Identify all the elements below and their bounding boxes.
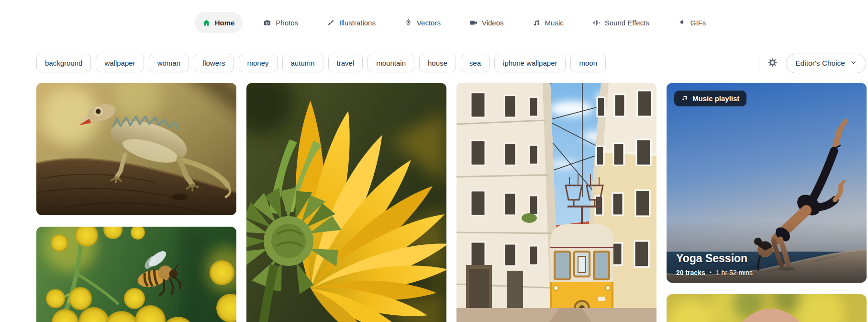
divider	[759, 55, 759, 71]
tag-pill-wallpaper[interactable]: wallpaper	[96, 54, 144, 72]
nav-item-label: Home	[215, 19, 235, 27]
nav-item-label: Vectors	[417, 19, 441, 27]
editors-choice-dropdown[interactable]: Editor's Choice	[786, 54, 866, 73]
gear-icon	[768, 58, 778, 69]
grid-column-3	[456, 83, 657, 322]
nav-item-sound-effects[interactable]: Sound Effects	[584, 12, 657, 33]
tag-pill-flowers[interactable]: flowers	[194, 54, 234, 72]
tag-pill-sea[interactable]: sea	[461, 54, 490, 72]
tag-pill-moon[interactable]: moon	[570, 54, 606, 72]
playlist-title: Yoga Session	[676, 252, 753, 265]
rapeseed-field-photo	[667, 294, 867, 322]
tag-pill-background[interactable]: background	[36, 54, 91, 72]
nav-item-vectors[interactable]: Vectors	[396, 12, 449, 33]
nav-item-label: GIFs	[690, 19, 706, 27]
nav-item-home[interactable]: Home	[194, 12, 243, 33]
filter-controls: Editor's Choice	[759, 54, 866, 73]
nav-item-label: Videos	[482, 19, 504, 27]
video-camera-icon	[469, 19, 478, 27]
playlist-duration: 1 hr 52 mins	[716, 269, 753, 276]
playlist-info: Yoga Session 20 tracks • 1 hr 52 mins	[676, 252, 753, 276]
grid-column-1	[36, 83, 236, 322]
waveform-icon	[592, 19, 601, 27]
tag-pill-house[interactable]: house	[419, 54, 456, 72]
pen-nib-icon	[404, 19, 412, 27]
music-note-icon	[681, 94, 688, 103]
home-icon	[202, 19, 211, 27]
nav-item-label: Sound Effects	[605, 19, 649, 27]
paintbrush-icon	[327, 19, 335, 27]
nav-item-label: Illustrations	[339, 19, 376, 27]
nav-item-illustrations[interactable]: Illustrations	[319, 12, 384, 33]
photo-card-lizard[interactable]	[36, 83, 236, 215]
tag-pill-iphone-wallpaper[interactable]: iphone wallpaper	[494, 54, 566, 72]
tag-pill-mountain[interactable]: mountain	[367, 54, 414, 72]
flame-icon	[678, 19, 686, 27]
grid-column-2	[246, 83, 446, 322]
photo-card-tram[interactable]	[456, 83, 657, 322]
tram-street-photo	[456, 83, 657, 322]
meta-separator: •	[710, 269, 712, 276]
playlist-track-count: 20 tracks	[676, 269, 705, 276]
tag-pill-woman[interactable]: woman	[149, 54, 189, 72]
nav-item-photos[interactable]: Photos	[255, 12, 306, 33]
sunflower-photo	[246, 83, 446, 322]
photo-card-sunflower[interactable]	[246, 83, 446, 322]
main-nav: Home Photos Illustrations Vectors Videos…	[20, 12, 868, 33]
bee-photo	[36, 227, 236, 322]
music-note-icon	[533, 19, 541, 27]
trending-tags-bar: background wallpaper woman flowers money…	[36, 54, 606, 72]
playlist-card-yoga-session[interactable]: Music playlist Yoga Session 20 tracks • …	[667, 83, 867, 283]
photo-card-rapeseed-portrait[interactable]	[667, 294, 867, 322]
playlist-meta: 20 tracks • 1 hr 52 mins	[676, 269, 753, 276]
badge-label: Music playlist	[692, 94, 739, 103]
nav-item-gifs[interactable]: GIFs	[670, 12, 714, 33]
tag-pill-money[interactable]: money	[239, 54, 278, 72]
chevron-down-icon	[850, 59, 857, 68]
nav-item-label: Photos	[276, 19, 298, 27]
editors-choice-label: Editor's Choice	[795, 59, 845, 68]
nav-item-videos[interactable]: Videos	[461, 12, 512, 33]
tag-pill-autumn[interactable]: autumn	[282, 54, 323, 72]
media-grid: Music playlist Yoga Session 20 tracks • …	[36, 83, 867, 322]
grid-column-4: Music playlist Yoga Session 20 tracks • …	[667, 83, 867, 322]
nav-item-label: Music	[545, 19, 564, 27]
camera-icon	[263, 19, 271, 27]
photo-card-bee[interactable]	[36, 227, 236, 322]
nav-item-music[interactable]: Music	[524, 12, 572, 33]
pixabay-home-page: Home Photos Illustrations Vectors Videos…	[0, 0, 868, 322]
tag-pill-travel[interactable]: travel	[328, 54, 363, 72]
music-playlist-badge: Music playlist	[674, 91, 746, 106]
filter-settings-button[interactable]	[768, 58, 778, 69]
lizard-photo	[36, 83, 236, 215]
